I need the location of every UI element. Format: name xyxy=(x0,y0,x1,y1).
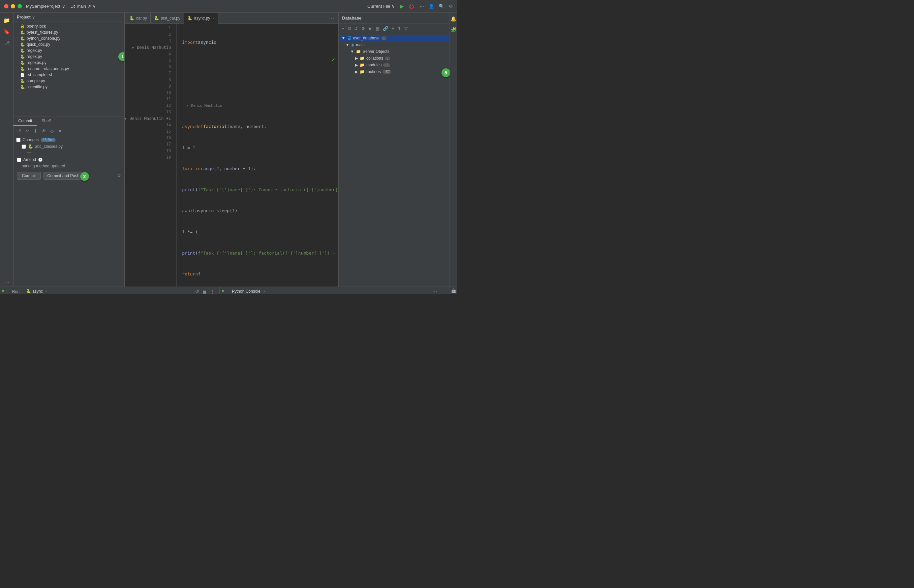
project-icon[interactable]: 📁 xyxy=(2,16,11,25)
tab-car-py[interactable]: 🐍 car.py xyxy=(126,13,151,24)
commit-button[interactable]: Commit xyxy=(17,172,41,180)
tab-async-py[interactable]: 🐍 async.py × xyxy=(184,13,219,24)
db-tree-item-server-objects[interactable]: ▼ 📁 Server Objects xyxy=(339,48,450,55)
db-tree-item-modules[interactable]: ▶ 📁 modules 11 xyxy=(339,61,450,68)
chevron-down-icon: ▼ xyxy=(345,42,350,47)
python-minimize-btn[interactable]: — xyxy=(439,288,446,294)
list-item[interactable]: 🐍 scientific.py xyxy=(13,84,124,90)
list-item[interactable]: 🐍 python_console.py xyxy=(13,36,124,41)
git-icon[interactable]: ⎇ xyxy=(2,39,11,48)
bookmarks-icon[interactable]: 🔖 xyxy=(2,27,11,36)
python-console-toolbar-right: ⋯ — xyxy=(431,288,448,294)
commit-push-button[interactable]: Commit and Push... 2 xyxy=(44,172,86,180)
user-icon[interactable]: 👤 xyxy=(429,4,434,9)
list-item[interactable]: 🐍 pytest_fixtures.py xyxy=(13,29,124,36)
close-tab-icon[interactable]: × xyxy=(45,289,47,293)
py-icon: 🐍 xyxy=(20,36,25,41)
commit-toolbar: ↺ ↩ ⬇ 👁 ◇ ✕ xyxy=(13,126,124,136)
refresh-btn[interactable]: ↺ xyxy=(16,128,22,134)
db-tree-item-database[interactable]: ▼ 🗄 user_database 1 xyxy=(339,35,450,41)
project-header: Project ∨ xyxy=(13,13,124,22)
tab-async[interactable]: 🐍 async × xyxy=(23,287,50,294)
tab-more-button[interactable]: ⋯ xyxy=(326,15,337,21)
changes-checkbox[interactable] xyxy=(16,138,21,142)
run-options-btn[interactable]: ⋮ xyxy=(209,288,216,294)
list-item[interactable]: 🐍 regexps.py xyxy=(13,60,124,66)
list-item[interactable]: 🐍 regex.py xyxy=(13,47,124,53)
list-item[interactable]: 🐍 regex.py 1 xyxy=(13,53,124,60)
changed-file-item-2[interactable]: — xyxy=(13,150,124,155)
python-more-btn[interactable]: ⋯ xyxy=(431,288,438,294)
db-tree-item-schema[interactable]: ▼ ◈ main xyxy=(339,41,450,48)
current-file-button[interactable]: Current File ∨ xyxy=(367,4,395,9)
py-icon: 🐍 xyxy=(20,67,25,71)
db-count-badge: 1 xyxy=(381,36,387,40)
close-console-tab-icon[interactable]: × xyxy=(263,289,265,293)
db-link-btn[interactable]: 🔗 xyxy=(382,25,389,32)
tab-commit[interactable]: Commit xyxy=(13,116,37,126)
right-icon-strip: 🔔 🧩 xyxy=(450,13,457,287)
tab-run[interactable]: Run xyxy=(9,287,23,294)
py-icon: 🐍 xyxy=(20,48,25,53)
python-console-panel: Python Console × ⋯ — ↺ ◼ ▶ ⚙ + 🕐 / xyxy=(227,287,450,294)
run-play-2-icon[interactable]: ▶ xyxy=(222,288,225,293)
line-numbers: 1 2 3 ▸ Denis Mashutin 4 5 6 7 8 9 10 11… xyxy=(125,24,177,287)
db-filter-btn[interactable]: ▽ xyxy=(404,25,409,32)
list-item[interactable]: 🐍 sample.py xyxy=(13,78,124,84)
eye-btn[interactable]: 👁 xyxy=(41,128,47,134)
db-console-btn[interactable]: ▶ xyxy=(368,25,373,32)
commit-message-text: barking method updated xyxy=(20,162,66,170)
db-copy-btn[interactable]: ⧉ xyxy=(347,25,352,32)
undo-btn[interactable]: ↩ xyxy=(24,128,30,134)
bottom-left-panel: Run 🐍 async × ↺ ◼ ⋮ Task C: Compute fact… xyxy=(7,287,219,294)
search-icon[interactable]: 🔍 xyxy=(439,4,444,9)
settings-icon[interactable]: ⚙ xyxy=(449,4,453,9)
list-item[interactable]: 🐍 quick_doc.py xyxy=(13,41,124,47)
db-table-btn[interactable]: ▦ xyxy=(374,25,381,32)
more-icon[interactable]: ⋯ xyxy=(420,4,424,9)
db-export-btn[interactable]: ⬆ xyxy=(396,25,402,32)
more-tools-icon[interactable]: ⋯ xyxy=(2,277,11,287)
tab-python-console[interactable]: Python Console × xyxy=(228,287,269,294)
close-btn[interactable]: ✕ xyxy=(57,128,63,134)
badge-5: 5 xyxy=(441,68,450,77)
code-editor[interactable]: 1 2 3 ▸ Denis Mashutin 4 5 6 7 8 9 10 11… xyxy=(125,24,339,287)
db-cylinder-icon: 🗄 xyxy=(347,36,351,40)
run-left-icons: ▶ ◼ ⋮ ↑ ↓ xyxy=(0,287,7,294)
db-tree-item-routines[interactable]: ▶ 📁 routines 157 5 xyxy=(339,68,450,75)
db-add-btn[interactable]: + xyxy=(341,25,345,32)
copilot-icon[interactable]: 🤖 xyxy=(451,288,456,293)
run-refresh-btn[interactable]: ↺ xyxy=(194,288,200,294)
run-play-icon[interactable]: ▶ xyxy=(2,288,5,293)
list-item[interactable]: 📄 rst_sample.rst xyxy=(13,72,124,78)
plugins-icon[interactable]: 🧩 xyxy=(451,26,456,34)
minimize-button[interactable] xyxy=(11,4,15,8)
titlebar: MySampleProject ∨ ⎇ main ↗ ∨ Current Fil… xyxy=(0,0,457,13)
list-item[interactable]: 🔒 poetry.lock xyxy=(13,23,124,29)
tab-shelf[interactable]: Shelf xyxy=(37,116,55,126)
close-tab-icon[interactable]: × xyxy=(212,16,214,20)
list-item[interactable]: 🐍 rename_refactorings.py xyxy=(13,66,124,72)
download-btn[interactable]: ⬇ xyxy=(32,128,39,134)
changed-file-item[interactable]: 🐍 abc_classes.py xyxy=(13,144,124,150)
run-stop-btn[interactable]: ◼ xyxy=(201,288,207,294)
settings-gear-icon[interactable]: ⚙ xyxy=(117,173,121,178)
fullscreen-button[interactable] xyxy=(18,4,22,8)
tab-test-car-py[interactable]: 🐍 test_car.py xyxy=(151,13,184,24)
diamond-btn[interactable]: ◇ xyxy=(49,128,55,134)
db-refresh-btn[interactable]: ↺ xyxy=(353,25,359,32)
code-content[interactable]: import asyncio ▸ Denis Mashutin async de… xyxy=(177,24,339,287)
branch-info[interactable]: ⎇ main ↗ ∨ xyxy=(71,4,96,9)
py-icon: 🐍 xyxy=(20,79,25,83)
file-checkbox[interactable] xyxy=(21,144,26,149)
run-icon[interactable]: ▶ xyxy=(400,3,404,10)
run-right-icons: ▶ 🐞 ⚙ ⊡ 🖨 🗑 xyxy=(219,287,227,294)
db-layout-btn[interactable]: ≡ xyxy=(391,25,395,32)
py-icon: 🐍 xyxy=(20,30,25,35)
db-settings-btn[interactable]: ⚙ xyxy=(360,25,366,32)
debug-icon[interactable]: 🐞 xyxy=(408,3,415,10)
amend-checkbox[interactable] xyxy=(17,158,21,162)
close-button[interactable] xyxy=(4,4,8,8)
notifications-icon[interactable]: 🔔 xyxy=(451,15,456,23)
db-tree-item-collations[interactable]: ▶ 📁 collations 3 xyxy=(339,55,450,61)
